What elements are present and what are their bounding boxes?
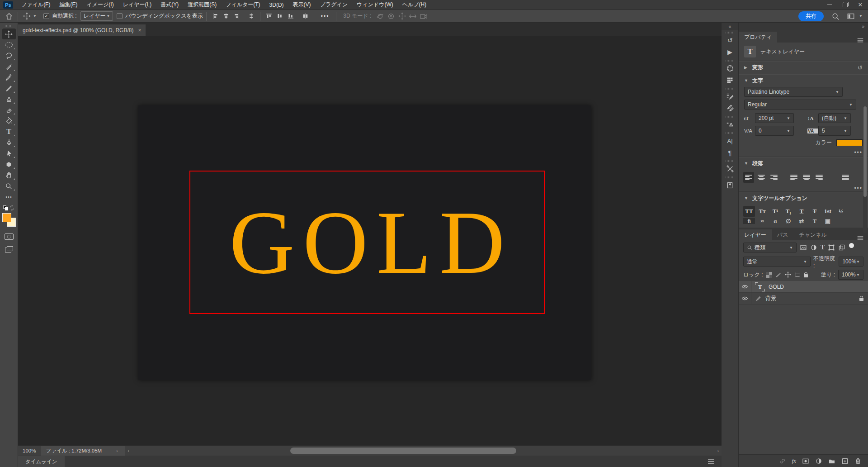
char-option-0[interactable]: TT <box>743 206 755 217</box>
quick-mask-icon[interactable] <box>5 234 14 240</box>
workspace-icon[interactable] <box>845 11 856 22</box>
char-option-6[interactable]: 1st <box>822 206 834 217</box>
layers-menu-icon[interactable] <box>858 236 863 240</box>
ligature-option-6[interactable]: ▣ <box>822 218 834 224</box>
align-top-icon[interactable] <box>264 11 274 22</box>
tool-preset-chevron[interactable]: ▼ <box>33 14 37 18</box>
zoom-tool[interactable] <box>2 181 16 191</box>
align-right-icon[interactable] <box>231 11 242 22</box>
visibility-eye-icon[interactable] <box>739 293 751 304</box>
lock-position-icon[interactable] <box>785 272 791 278</box>
layer-row-gold[interactable]: T GOLD <box>739 281 868 293</box>
font-style-dropdown[interactable]: Regular ▼ <box>744 100 856 110</box>
collapse-panels-icon[interactable]: « <box>722 23 738 30</box>
new-group-icon[interactable] <box>828 457 835 465</box>
marquee-tool[interactable] <box>2 39 16 50</box>
leading-dropdown[interactable]: (自動)▼ <box>818 113 851 123</box>
align-left-icon[interactable] <box>210 11 221 22</box>
document-tab[interactable]: gold-text-effects.psd @ 100% (GOLD, RGB/… <box>18 24 146 36</box>
menu-item-10[interactable]: ウィンドウ(W) <box>352 0 398 10</box>
timeline-tab[interactable]: タイムライン <box>18 456 65 467</box>
text-layer-thumbnail[interactable]: T <box>755 282 765 291</box>
document-close-icon[interactable]: × <box>138 27 141 33</box>
layer-row-background[interactable]: 背景 <box>739 293 868 305</box>
filter-adjustment-icon[interactable] <box>810 244 817 251</box>
align-middle-icon[interactable] <box>274 11 285 22</box>
hand-tool[interactable] <box>2 170 16 181</box>
panel-scrollbar[interactable] <box>863 106 867 233</box>
color-panel-icon[interactable] <box>723 62 737 74</box>
justify-last-left-button[interactable] <box>788 172 799 183</box>
distribute-h-icon[interactable] <box>246 11 257 22</box>
toolbar-grip[interactable] <box>5 25 13 27</box>
ligature-option-4[interactable]: ⇄ <box>796 218 807 224</box>
ligature-option-0[interactable]: ﬁ <box>743 218 755 224</box>
shape-tool[interactable] <box>2 159 16 170</box>
ligature-option-2[interactable]: ɑ <box>769 218 781 224</box>
minimize-button[interactable] <box>822 0 837 10</box>
ligature-option-1[interactable]: ≈ <box>756 218 768 224</box>
libraries-panel-icon[interactable] <box>723 179 737 191</box>
font-size-dropdown[interactable]: 200 pt▼ <box>755 113 794 123</box>
visibility-eye-icon[interactable] <box>739 281 751 292</box>
character-panel-icon[interactable]: A| <box>723 135 737 147</box>
more-options-icon[interactable]: ••• <box>321 13 330 19</box>
lock-pixels-icon[interactable] <box>775 272 782 278</box>
ligature-option-5[interactable]: T <box>809 218 821 224</box>
brush-settings-panel-icon[interactable] <box>723 91 737 102</box>
fill-dropdown[interactable]: 100% ▼ <box>838 270 863 280</box>
paint-bucket-tool[interactable] <box>2 115 16 126</box>
lock-artboard-icon[interactable] <box>794 272 801 278</box>
menu-item-8[interactable]: 表示(V) <box>288 0 316 10</box>
hscroll-thumb[interactable] <box>290 448 516 454</box>
properties-menu-icon[interactable] <box>858 38 863 43</box>
menu-item-3[interactable]: レイヤー(L) <box>118 0 156 10</box>
delete-layer-icon[interactable] <box>854 457 862 465</box>
filter-type-icon[interactable]: T <box>821 244 825 251</box>
foreground-color-swatch[interactable] <box>2 213 11 222</box>
reset-transform-icon[interactable]: ↺ <box>858 64 863 71</box>
clone-stamp-tool[interactable] <box>2 94 16 105</box>
section-character[interactable]: ▼ 文字 <box>739 74 868 87</box>
timeline-menu-icon[interactable] <box>708 459 714 464</box>
canvas-viewport[interactable]: GOLD <box>18 36 722 445</box>
brushes-panel-icon[interactable] <box>723 102 737 114</box>
layer-style-icon[interactable]: fx <box>792 457 796 465</box>
status-next-icon[interactable]: › <box>113 448 120 453</box>
tab-layers[interactable]: レイヤー <box>739 229 772 240</box>
tab-properties[interactable]: プロパティ <box>739 32 777 43</box>
screen-mode-icon[interactable] <box>5 246 13 253</box>
justify-all-button[interactable] <box>840 172 851 183</box>
eraser-tool[interactable] <box>2 105 16 115</box>
char-option-7[interactable]: ½ <box>835 206 847 217</box>
char-option-5[interactable]: T <box>809 206 821 217</box>
char-option-3[interactable]: T₁ <box>783 206 794 217</box>
lasso-tool[interactable] <box>2 50 16 61</box>
menu-item-11[interactable]: ヘルプ(H) <box>398 0 431 10</box>
justify-last-right-button[interactable] <box>814 172 825 183</box>
share-button[interactable]: 共有 <box>798 11 824 21</box>
text-color-swatch[interactable] <box>836 139 863 146</box>
section-transform[interactable]: ▶ 変形 ↺ <box>739 61 868 74</box>
section-type-options[interactable]: ▼ 文字ツールオプション <box>739 192 868 205</box>
scroll-left-icon[interactable]: ‹ <box>125 448 132 453</box>
justify-last-center-button[interactable] <box>801 172 812 183</box>
align-left-button[interactable] <box>743 172 754 183</box>
home-icon[interactable] <box>4 11 14 22</box>
char-option-1[interactable]: Tᴛ <box>756 206 768 217</box>
menu-item-1[interactable]: 編集(E) <box>55 0 82 10</box>
edit-toolbar-icon[interactable]: ••• <box>2 191 16 202</box>
scroll-right-icon[interactable]: › <box>715 448 722 453</box>
paragraph-more-icon[interactable]: ••• <box>739 185 868 191</box>
menu-item-2[interactable]: イメージ(I) <box>82 0 118 10</box>
paragraph-panel-icon[interactable]: ¶ <box>723 147 737 158</box>
font-family-dropdown[interactable]: Palatino Linotype ▼ <box>744 87 843 97</box>
panel-scrollbar-thumb[interactable] <box>863 106 867 197</box>
menu-item-5[interactable]: 選択範囲(S) <box>183 0 221 10</box>
opacity-dropdown[interactable]: 100% ▼ <box>839 257 863 267</box>
restore-button[interactable] <box>837 0 853 10</box>
menu-item-4[interactable]: 書式(Y) <box>156 0 183 10</box>
expand-panels-icon[interactable]: » <box>739 23 868 30</box>
type-tool[interactable]: T <box>2 126 16 137</box>
auto-select-dropdown[interactable]: レイヤー ▼ <box>80 11 113 21</box>
